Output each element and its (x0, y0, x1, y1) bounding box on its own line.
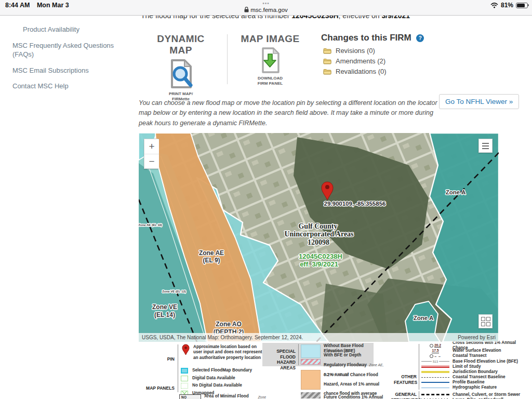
dynamic-map-title: DYNAMIC MAP (147, 33, 215, 56)
future-conditions-swatch (301, 392, 321, 398)
no-screen-text: Area of Minimal Flood Hazard (204, 394, 255, 399)
fema-msc-page: 8:44 AM Mon Mar 3 ••• 81% msc.fema.gov T… (0, 0, 532, 399)
dynamic-map-block[interactable]: DYNAMIC MAP PRINT MAP/ FIRMette (147, 33, 215, 102)
help-icon[interactable]: ? (416, 34, 424, 42)
browser-chrome: 8:44 AM Mon Mar 3 ••• 81% msc.fema.gov (0, 0, 532, 16)
go-to-nfhl-viewer-button[interactable]: Go To NFHL Viewer » (439, 94, 519, 109)
no-screen-zone: Zone X (258, 395, 268, 399)
lock-icon (244, 7, 249, 12)
pin-coordinates-label: 29.900109, -85.355856 (324, 201, 386, 207)
amendments-link[interactable]: Amendments (2) (321, 57, 456, 65)
action-divider (227, 34, 228, 84)
zoom-out-button[interactable]: − (144, 154, 159, 168)
folder-icon (323, 69, 331, 75)
without-bfe-zones: Zone A, V, A99 (328, 349, 351, 352)
flood-legend: PIN Approximate location based on user i… (0, 343, 532, 399)
zone-a-upper-label: Zone A (446, 189, 466, 195)
powered-by-esri: Powered by Esri (458, 335, 496, 340)
zone-ae-label: Zone AE (199, 249, 224, 257)
sidebar-item-msc-email-subscriptions[interactable]: MSC Email Subscriptions (12, 66, 116, 75)
channel-culvert-text: Channel, Culvert, or Storm Sewer (453, 392, 520, 397)
jurisdiction-text: Jurisdiction Boundary (453, 369, 498, 375)
profile-baseline-text: Profile Baseline (453, 380, 484, 385)
sidebar-item-product-availability[interactable]: Product Availability (12, 25, 116, 34)
no-digital-data-swatch (181, 383, 188, 389)
digital-data-swatch (181, 376, 188, 381)
folder-icon (323, 58, 331, 64)
changes-title: Changes to this FIRM (321, 33, 411, 43)
zone-a-lower-label: Zone A (414, 315, 434, 321)
tab-overview-icon[interactable]: ••• (0, 1, 532, 6)
locator-map[interactable]: 29.900109, -85.355856 Gulf County Uninco… (139, 133, 499, 342)
sidebar-item-msc-faqs[interactable]: MSC Frequently Asked Questions (FAQs) (12, 41, 116, 59)
pin-legend-icon (182, 344, 190, 357)
future-conditions-row: Future Conditions 1% Annual Chance Flood… (324, 391, 385, 399)
future-conditions-text: Future Conditions 1% Annual Chance Flood… (324, 395, 383, 399)
zone-ae-el: (EL 9) (203, 257, 220, 264)
zone-ae-small-label: Zone AE (EL 10) (139, 223, 162, 227)
basemap-gallery-button[interactable] (478, 314, 493, 328)
map-attribution: USGS, USDA, The National Map: Orthoimage… (139, 333, 499, 342)
zoom-control: + − (144, 139, 158, 169)
zone-ao-label: Zone AO (216, 321, 242, 328)
sidebar: Product Availability MSC Frequently Aske… (12, 25, 116, 98)
zone-ve-small-label: Zone VE (EL 12) (162, 290, 186, 293)
zoom-in-button[interactable]: + (144, 139, 159, 154)
layer-list-button[interactable] (478, 139, 493, 153)
no-digital-data-text: No Digital Data Available (192, 383, 242, 388)
pin-legend-label: PIN (151, 356, 175, 362)
map-image-block[interactable]: MAP IMAGE DOWNLOAD FIRM PANEL (238, 33, 302, 87)
county-name: Gulf County (298, 222, 337, 230)
limit-of-study-text: Limit of Study (453, 364, 481, 369)
revisions-label: Revisions (0) (336, 47, 375, 55)
revalidations-link[interactable]: Revalidations (0) (321, 68, 456, 75)
selected-boundary-swatch (181, 368, 188, 374)
revalidations-label: Revalidations (0) (336, 68, 387, 75)
print-map-firmette-icon (147, 58, 215, 90)
general-structures-label: GENERALSTRUCTURES (391, 392, 417, 399)
other-features-label: OTHERFEATURES (394, 374, 417, 385)
download-firm-panel-icon (238, 47, 302, 75)
with-bfe-text: With BFE or Depth (324, 353, 361, 358)
county-id: 120098 (308, 238, 329, 246)
firm-effective-label: eff. 3/9/2021 (300, 260, 338, 268)
revisions-link[interactable]: Revisions (0) (321, 47, 456, 55)
county-areas: Unincorporated Areas (284, 230, 354, 238)
firm-panel-label: 12045C0238H (299, 252, 342, 260)
no-screen-box: NO SCREEN (179, 394, 201, 399)
map-image-title: MAP IMAGE (238, 33, 302, 45)
coastal-transect-text: Coastal Transect (453, 353, 487, 358)
floodway-swatch (301, 359, 321, 365)
water-surface-text: Water Surface Elevation (453, 348, 501, 353)
map-canvas: 29.900109, -85.355856 Gulf County Uninco… (139, 133, 499, 342)
sidebar-item-contact-msc-help[interactable]: Contact MSC Help (12, 82, 116, 91)
no-screen-row: NO SCREEN Area of Minimal Flood Hazard Z… (179, 394, 268, 399)
other-features-rows: 20.2Cross Sections with 1% Annual Chance… (421, 343, 532, 399)
selected-boundary-text: Selected FloodMap Boundary (192, 368, 252, 373)
zone-ve-el: (EL 14) (154, 311, 175, 318)
map-panels-label: MAP PANELS (143, 385, 175, 391)
area-02pct-swatch (301, 370, 321, 390)
sfha-cyan-swatch (301, 344, 321, 358)
digital-data-text: Digital Data Available (192, 376, 235, 381)
floodway-text: Regulatory Floodway (324, 363, 367, 367)
bfe-line-text: Base Flood Elevation Line (BFE) (453, 359, 518, 364)
locator-note: You can choose a new flood map or move t… (139, 98, 439, 128)
url-bar[interactable]: msc.fema.gov (0, 7, 532, 13)
attribution-text: USGS, USDA, The National Map: Orthoimage… (142, 335, 303, 340)
url-text: msc.fema.gov (250, 7, 288, 13)
map-image-caption: DOWNLOAD FIRM PANEL (238, 76, 302, 87)
amendments-label: Amendments (2) (336, 57, 385, 65)
hydrographic-text: Hydrographic Feature (453, 385, 497, 390)
pin-legend-text: Approximate location based on user input… (193, 344, 266, 361)
sfha-label: SPECIAL FLOODHAZARD AREAS (262, 349, 296, 371)
zone-ve-label: Zone VE (152, 303, 177, 311)
folder-icon (323, 48, 331, 54)
changes-to-firm-section: Changes to this FIRM ? Revisions (0) Ame… (321, 33, 456, 75)
transect-baseline-text: Coastal Transect Baseline (453, 375, 505, 380)
